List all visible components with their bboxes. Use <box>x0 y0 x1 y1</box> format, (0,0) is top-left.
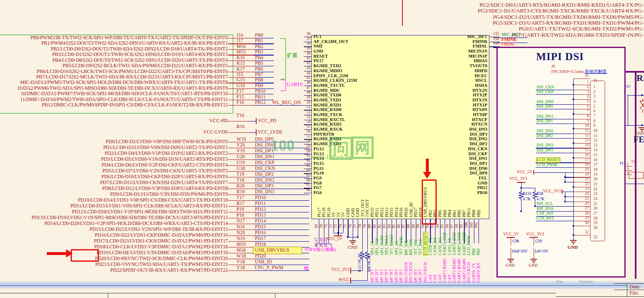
connector-pin-number: 31 <box>585 74 589 78</box>
chip-pin-number: 67 <box>307 183 311 187</box>
chip-pin-name: RGMII_TXCTL <box>313 83 345 88</box>
left-function-line: PD19/LCD0-DE/LVDS1-V3N/DMIC-DATA0/PWM3/P… <box>97 250 228 255</box>
chip-pin-number: 65 <box>307 174 311 178</box>
capacitor-value: 1uF/10V <box>535 250 549 254</box>
net-label: PB10 <box>255 88 266 93</box>
bottom-net-label: UART3_RXD <box>462 232 466 255</box>
left-function-line: PD6/LCD0-D10/LVDS0-CKP/DSI-D2P/UART5-RX/… <box>101 174 228 179</box>
chip-pin-name: PG12 <box>313 146 324 151</box>
connector-pin-number: 22 <box>585 182 589 187</box>
tvs-diode <box>639 98 644 113</box>
chip-pin-number: 69 <box>315 224 319 228</box>
connector-pin-number-inner: 3 <box>593 95 596 99</box>
connector-pin-number-inner: 7 <box>593 114 596 119</box>
chip-pin-name: 5V <box>331 212 336 217</box>
chip-pin-number: 83 <box>382 224 387 228</box>
wire-segment <box>536 153 573 153</box>
connector-pin-number-inner: 26 <box>593 207 598 211</box>
bottom-net-label: SPI1_RS <box>395 240 399 255</box>
right-section-title-fragment: RE <box>636 73 644 83</box>
net-label: VCC_LVDS <box>258 129 282 134</box>
left-function-line: PD10/LCD0-D14/LVDS1-V0P/SPI1-CS/DBI-CSX/… <box>78 197 228 203</box>
chip-pin-name: HTXCN <box>471 122 487 126</box>
pg-function-line: PG7/UART1-RX/TWI2-SDA/RGMII-TXD3/SPDIF-I… <box>512 32 644 38</box>
net-label: USB_DRVVBUS <box>255 247 289 253</box>
net-label: PD14 <box>255 218 266 223</box>
category-label: SPI TFT <box>395 269 399 283</box>
chip-pin-name: PD16 <box>399 207 403 217</box>
chip-pin-name: PG13 <box>313 152 324 156</box>
chip-pin-name: DSI_DP3 <box>470 132 487 136</box>
chip-pin-number: 134 <box>493 37 499 41</box>
chip-pin-number: 91 <box>421 224 425 228</box>
chip-pin-name: EPHY_CLK_25M <box>313 73 348 78</box>
mipi-net-label: DSI_CKP <box>537 90 554 94</box>
connector-pin-number: 3 <box>587 90 589 94</box>
net-label: DSI_DN0 <box>255 142 275 147</box>
connector-pin-number: 17 <box>585 158 589 162</box>
wire-segment <box>228 105 254 106</box>
category-label: UART0_RX <box>477 263 481 283</box>
connector-pin-number-inner: 24 <box>593 197 598 201</box>
chip-pin-name: RGMII_MDIO <box>313 68 342 73</box>
connector-pin-number: 23 <box>585 187 589 191</box>
connector-pin-number: 10 <box>585 124 589 128</box>
chip-pin-number: 95 <box>440 224 445 228</box>
chip-pin-number: 41 <box>307 56 311 61</box>
chip-pin-number: 96 <box>445 224 449 228</box>
chip-pin-name: PD10 <box>370 207 374 217</box>
ball-label: J16 <box>237 33 243 38</box>
bracket <box>285 80 286 91</box>
chip-pin-number: 88 <box>407 224 411 228</box>
left-function-line: PD4/LCD0-D6/LVDS0-V2P/DSI-CKP/UART2-CTS/… <box>102 162 228 168</box>
left-function-line: PD18/LCD0-CLK/LVDS1-V3P/DMIC-DATA1/PWM2/… <box>94 244 228 250</box>
mipi-net-label: DSI_DP2 <box>537 134 553 138</box>
chip-pin-name: 5V <box>336 212 341 217</box>
wire-segment <box>362 260 363 270</box>
wire-segment <box>521 188 535 188</box>
chip-pin-name: PHYRSTB <box>313 132 334 136</box>
net-label: DSI_DP3 <box>255 183 274 188</box>
power-label: VCC_5V <box>503 232 519 237</box>
net-label: CPU_P_PWM <box>255 265 283 270</box>
junction-dot <box>520 187 522 189</box>
wire-segment <box>353 219 353 237</box>
annotation-arrow-head <box>423 172 431 179</box>
chip-pin-name: HBIAS <box>473 58 487 63</box>
chip-pin-name: PD14 <box>395 207 399 217</box>
chip-pin-number: 61 <box>307 154 311 158</box>
chip-pin-name: FMINR <box>472 39 487 44</box>
ball-label: W18 <box>237 253 246 258</box>
chip-pin-number: 56 <box>307 130 311 134</box>
bottom-net-label: SPI1_CS <box>370 240 374 255</box>
wire-segment <box>565 177 573 177</box>
chip-pin-name: HTX1P <box>473 103 487 107</box>
net-label: PB3 <box>255 49 263 54</box>
bottom-net-label: TFT_RESET <box>389 234 394 255</box>
connector-pin-number-inner: 11 <box>593 134 597 138</box>
right-net-fragment-2: 3 <box>624 93 626 96</box>
left-function-line: PD11/LCD0-D15/LVDS1-V0N/SPI1-CLK/DBI-SCL… <box>70 203 228 209</box>
junction-dot <box>573 128 574 129</box>
chip-pin-number: 101 <box>469 222 473 228</box>
chip-pin-number: 87 <box>402 224 406 228</box>
chip-pin-number: 66 <box>307 179 311 183</box>
bottom-net-label: SPI1_MOSI <box>380 235 384 255</box>
net-label: FMINR <box>501 37 517 42</box>
power-port-bar <box>350 278 351 283</box>
titleblock-number-label: Number <box>579 280 593 284</box>
net-label: PD10 <box>255 195 266 200</box>
power-label: VCC_3V3 <box>509 177 527 181</box>
chip-pin-name: PB11 <box>467 208 471 217</box>
connector-pin-number-inner: 5 <box>593 105 596 109</box>
chip-pin-name: PB8 <box>472 210 476 217</box>
wire-segment <box>536 221 573 221</box>
left-function-line: PD17/LCD0-D23/LVDS1-CKN/DMIC-DATA2/PWM1/… <box>94 238 228 244</box>
left-function-line: PB4/LCD0-D8/I2S2-DOUT0/TWI1-SCK/I2S2-DIN… <box>52 58 228 63</box>
left-function-line: DATA2/PWM6/TWI2-SDA/SPI1-MISO/DBI-SDI/DB… <box>18 86 228 91</box>
chip-pin-name: AP_CK24M_OUT <box>313 39 348 44</box>
wire-segment <box>565 202 573 202</box>
gnd-symbol <box>352 244 354 245</box>
chip-pin-number: 39 <box>307 47 311 51</box>
net-label: DSI_DN3 <box>255 189 275 194</box>
